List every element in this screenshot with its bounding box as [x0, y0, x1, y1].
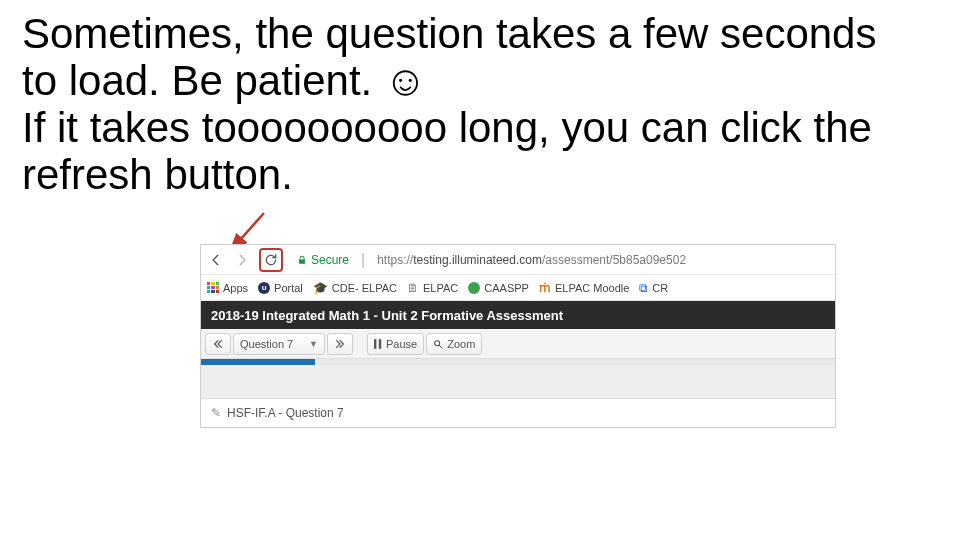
bookmark-label: ELPAC Moodle [555, 282, 629, 294]
assessment-toolbar: Question 7 ▼ Pause Zoom [201, 329, 835, 359]
url-prefix: https:// [377, 253, 413, 267]
pencil-icon: ✎ [211, 406, 221, 420]
bookmark-label: CAASPP [484, 282, 529, 294]
bookmarks-bar: Apps u Portal 🎓 CDE- ELPAC 🗎 ELPAC CAASP… [201, 275, 835, 301]
arrow-right-icon [235, 253, 249, 267]
secure-label: Secure [311, 253, 349, 267]
magnifier-icon [433, 339, 443, 349]
dropbox-icon: ⧉ [639, 281, 648, 295]
bookmark-label: ELPAC [423, 282, 458, 294]
url-path: /assessment/5b85a09e502 [542, 253, 686, 267]
content-loading-area [201, 365, 835, 399]
prev-question-button[interactable] [205, 333, 231, 355]
pause-button[interactable]: Pause [367, 333, 424, 355]
back-button[interactable] [207, 253, 225, 267]
double-chevron-right-icon [334, 339, 346, 349]
graduation-cap-icon: 🎓 [313, 281, 328, 295]
lock-icon [297, 254, 307, 266]
question-header-text: HSF-IF.A - Question 7 [227, 406, 344, 420]
bookmark-label: CDE- ELPAC [332, 282, 397, 294]
refresh-icon [264, 253, 278, 267]
assessment-title-bar: 2018-19 Integrated Math 1 - Unit 2 Forma… [201, 301, 835, 329]
document-icon: 🗎 [407, 281, 419, 295]
browser-nav-bar: Secure | https://testing.illuminateed.co… [201, 245, 835, 275]
assessment-title: 2018-19 Integrated Math 1 - Unit 2 Forma… [211, 308, 563, 323]
address-divider: | [361, 251, 365, 269]
secure-indicator: Secure [297, 253, 349, 267]
pause-label: Pause [386, 338, 417, 350]
caaspp-icon [468, 282, 480, 294]
question-label: Question 7 [240, 338, 293, 350]
arrow-left-icon [209, 253, 223, 267]
bookmark-elpac-moodle[interactable]: ṁ ELPAC Moodle [539, 281, 629, 295]
address-bar[interactable]: https://testing.illuminateed.com/assessm… [377, 253, 686, 267]
svg-rect-2 [379, 339, 381, 349]
svg-line-4 [439, 345, 442, 348]
forward-button[interactable] [233, 253, 251, 267]
bookmark-cr[interactable]: ⧉ CR [639, 281, 668, 295]
question-selector[interactable]: Question 7 ▼ [233, 333, 325, 355]
bookmark-label: CR [652, 282, 668, 294]
moodle-icon: ṁ [539, 281, 551, 295]
progress-bar [201, 359, 835, 365]
bookmark-elpac[interactable]: 🗎 ELPAC [407, 281, 458, 295]
bookmark-apps[interactable]: Apps [207, 282, 248, 294]
zoom-button[interactable]: Zoom [426, 333, 482, 355]
apps-icon [207, 282, 219, 294]
double-chevron-left-icon [212, 339, 224, 349]
zoom-label: Zoom [447, 338, 475, 350]
bookmark-cde-elpac[interactable]: 🎓 CDE- ELPAC [313, 281, 397, 295]
bookmark-caaspp[interactable]: CAASPP [468, 282, 529, 294]
svg-rect-1 [374, 339, 376, 349]
instruction-line-1: Sometimes, the question takes a few seco… [22, 10, 876, 104]
instruction-line-2: If it takes toooooooooo long, you can cl… [22, 104, 872, 198]
bookmark-portal[interactable]: u Portal [258, 282, 303, 294]
next-question-button[interactable] [327, 333, 353, 355]
question-header-row: ✎ HSF-IF.A - Question 7 [201, 399, 835, 427]
url-domain: testing.illuminateed.com [413, 253, 542, 267]
pause-icon [374, 339, 382, 349]
caret-down-icon: ▼ [309, 339, 318, 349]
instruction-text: Sometimes, the question takes a few seco… [22, 10, 922, 198]
refresh-button[interactable] [259, 248, 283, 272]
bookmark-label: Portal [274, 282, 303, 294]
portal-icon: u [258, 282, 270, 294]
bookmark-label: Apps [223, 282, 248, 294]
browser-screenshot: Secure | https://testing.illuminateed.co… [200, 244, 836, 428]
